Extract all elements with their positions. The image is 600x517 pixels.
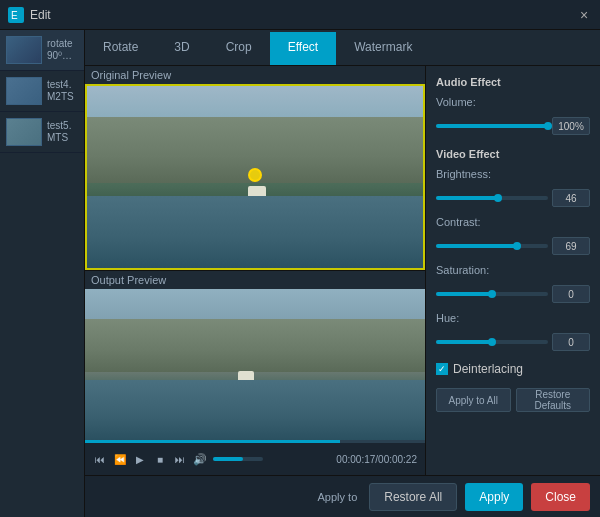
- output-preview-section: Output Preview: [85, 271, 425, 475]
- file-item-1[interactable]: rotate 90⁰…: [0, 30, 84, 71]
- hue-slider-thumb: [488, 338, 496, 346]
- brightness-control-row: [436, 189, 590, 207]
- deinterlacing-label: Deinterlacing: [453, 362, 523, 376]
- apply-button[interactable]: Apply: [465, 483, 523, 511]
- brightness-label: Brightness:: [436, 168, 496, 180]
- checkbox-check-icon: ✓: [438, 364, 446, 374]
- brightness-slider[interactable]: [436, 196, 548, 200]
- original-preview-label: Original Preview: [85, 66, 425, 84]
- tab-rotate[interactable]: Rotate: [85, 32, 156, 65]
- hue-value[interactable]: [552, 333, 590, 351]
- close-window-button[interactable]: ×: [576, 7, 592, 23]
- volume-slider-fill: [436, 124, 548, 128]
- tab-watermark[interactable]: Watermark: [336, 32, 430, 65]
- volume-control-row: [436, 117, 590, 135]
- apply-to-all-button[interactable]: Apply to All: [436, 388, 511, 412]
- svg-text:E: E: [11, 10, 18, 21]
- saturation-slider[interactable]: [436, 292, 548, 296]
- output-preview-label: Output Preview: [85, 271, 425, 289]
- saturation-label: Saturation:: [436, 264, 496, 276]
- file-item-3[interactable]: test5.MTS: [0, 112, 84, 153]
- brightness-value[interactable]: [552, 189, 590, 207]
- deinterlacing-checkbox[interactable]: ✓: [436, 363, 448, 375]
- hue-control-row: [436, 333, 590, 351]
- main-container: rotate 90⁰… test4.M2TS test5.MTS Rotate …: [0, 30, 600, 517]
- volume-icon: 🔊: [193, 453, 207, 466]
- volume-slider-control[interactable]: [436, 124, 548, 128]
- stop-button[interactable]: ■: [153, 452, 167, 466]
- volume-fill: [213, 457, 243, 461]
- effect-action-buttons: Apply to All Restore Defaults: [436, 388, 590, 412]
- file-name-2: test4.M2TS: [47, 79, 78, 103]
- contrast-slider[interactable]: [436, 244, 548, 248]
- contrast-slider-thumb: [513, 242, 521, 250]
- saturation-slider-thumb: [488, 290, 496, 298]
- content-area: Rotate 3D Crop Effect Watermark Original…: [85, 30, 600, 517]
- original-video: [85, 84, 425, 270]
- contrast-control-row: [436, 237, 590, 255]
- video-controls: ⏮ ⏪ ▶ ■ ⏭ 🔊 00:00:17/00:00:22: [85, 443, 425, 475]
- volume-label: Volume:: [436, 96, 496, 108]
- brightness-slider-thumb: [494, 194, 502, 202]
- hue-label-row: Hue:: [436, 312, 590, 324]
- contrast-label: Contrast:: [436, 216, 496, 228]
- output-video: [85, 289, 425, 440]
- contrast-value[interactable]: [552, 237, 590, 255]
- center-right-area: Original Preview: [85, 66, 600, 475]
- tab-crop[interactable]: Crop: [208, 32, 270, 65]
- effects-panel: Audio Effect Volume: Video Effect Bright…: [425, 66, 600, 475]
- close-button[interactable]: Close: [531, 483, 590, 511]
- file-thumb-1: [6, 36, 42, 64]
- progress-fill: [85, 440, 340, 443]
- window-title: Edit: [30, 8, 576, 22]
- volume-slider[interactable]: [213, 457, 263, 461]
- time-display: 00:00:17/00:00:22: [336, 454, 417, 465]
- audio-effect-title: Audio Effect: [436, 76, 590, 88]
- saturation-label-row: Saturation:: [436, 264, 590, 276]
- file-list-panel: rotate 90⁰… test4.M2TS test5.MTS: [0, 30, 85, 517]
- video-effect-title: Video Effect: [436, 148, 590, 160]
- restore-all-button[interactable]: Restore All: [369, 483, 457, 511]
- apply-to-label: Apply to: [318, 491, 358, 503]
- brightness-label-row: Brightness:: [436, 168, 590, 180]
- center-panel: Original Preview: [85, 66, 425, 475]
- file-item-2[interactable]: test4.M2TS: [0, 71, 84, 112]
- hue-label: Hue:: [436, 312, 496, 324]
- volume-slider-thumb: [544, 122, 552, 130]
- file-name-1: rotate 90⁰…: [47, 38, 78, 62]
- tabs-bar: Rotate 3D Crop Effect Watermark: [85, 30, 600, 66]
- saturation-slider-fill: [436, 292, 492, 296]
- saturation-value[interactable]: [552, 285, 590, 303]
- volume-row: Volume:: [436, 96, 590, 108]
- bottom-bar: Apply to Restore All Apply Close: [85, 475, 600, 517]
- file-thumb-2: [6, 77, 42, 105]
- hue-slider[interactable]: [436, 340, 548, 344]
- tab-3d[interactable]: 3D: [156, 32, 207, 65]
- play-button[interactable]: ▶: [133, 452, 147, 466]
- hue-slider-fill: [436, 340, 492, 344]
- title-bar: E Edit ×: [0, 0, 600, 30]
- contrast-label-row: Contrast:: [436, 216, 590, 228]
- skip-back-button[interactable]: ⏮: [93, 452, 107, 466]
- app-icon: E: [8, 7, 24, 23]
- output-video-frame: [85, 289, 425, 440]
- deinterlacing-row: ✓ Deinterlacing: [436, 362, 590, 376]
- file-name-3: test5.MTS: [47, 120, 78, 144]
- tab-effect[interactable]: Effect: [270, 32, 336, 65]
- volume-value[interactable]: [552, 117, 590, 135]
- brightness-slider-fill: [436, 196, 498, 200]
- restore-defaults-button[interactable]: Restore Defaults: [516, 388, 591, 412]
- original-video-border: [85, 84, 425, 270]
- original-preview-section: Original Preview: [85, 66, 425, 271]
- contrast-slider-fill: [436, 244, 517, 248]
- file-thumb-3: [6, 118, 42, 146]
- step-back-button[interactable]: ⏪: [113, 452, 127, 466]
- skip-forward-button[interactable]: ⏭: [173, 452, 187, 466]
- saturation-control-row: [436, 285, 590, 303]
- progress-bar[interactable]: [85, 440, 425, 443]
